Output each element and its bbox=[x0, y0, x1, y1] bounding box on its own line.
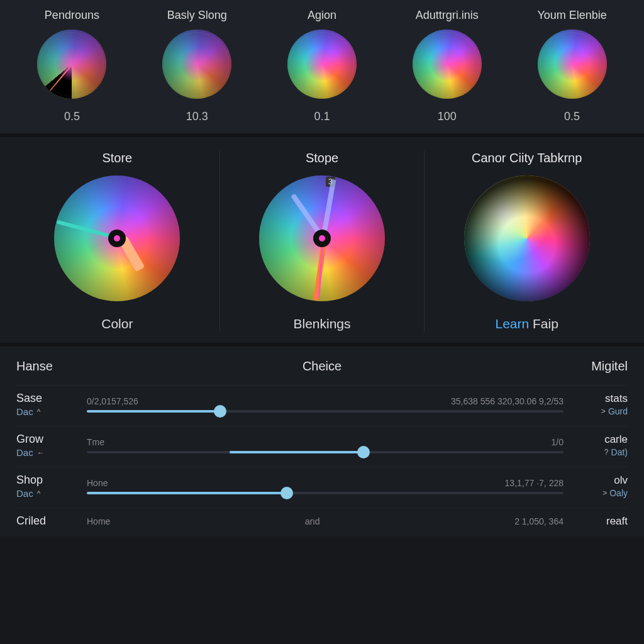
row-sub[interactable]: Dac ^ bbox=[16, 406, 79, 417]
mid-title: Store bbox=[102, 151, 132, 165]
row-name-r: reaft bbox=[571, 515, 628, 528]
slider-right-label: 1/0 bbox=[552, 437, 564, 447]
slider-thumb[interactable] bbox=[214, 405, 226, 418]
learn-link[interactable]: Learn bbox=[495, 316, 529, 331]
color-wheel-icon[interactable] bbox=[287, 30, 357, 99]
store-wheel[interactable] bbox=[54, 175, 180, 301]
color-picker-wheel[interactable] bbox=[464, 175, 590, 301]
dial-youm-elenbie[interactable]: Youm Elenbie 0.5 bbox=[516, 9, 628, 123]
row-name: Grow bbox=[16, 433, 79, 446]
slider-row: Grow Dac ← Tme 1/0 carle ? Dat) bbox=[16, 426, 628, 467]
dial-aduttrgri[interactable]: Aduttrgri.inis 100 bbox=[391, 9, 502, 123]
row-sub[interactable]: Dac ^ bbox=[16, 488, 79, 499]
row-center: Home and 2 1,050, 364 bbox=[87, 516, 564, 526]
dial-value: 0.5 bbox=[564, 110, 580, 123]
dial-agion[interactable]: Agion 0.1 bbox=[266, 9, 377, 123]
dial-label: Pendrouns bbox=[45, 9, 99, 22]
dial-value: 0.1 bbox=[314, 110, 330, 123]
row-center: Hone 13,1,77 ·7, 228 bbox=[87, 478, 564, 494]
row-name-r: olv bbox=[571, 474, 628, 487]
row-right: carle ? Dat) bbox=[571, 433, 628, 457]
slider-track[interactable] bbox=[87, 410, 564, 413]
slider-left-label: Tme bbox=[87, 437, 104, 447]
row-sub[interactable]: Dac ← bbox=[16, 447, 79, 458]
mid-col-canor: Canor Ciity Tabkrnp Learn Faip bbox=[424, 151, 629, 331]
mid-footer: Blenkings bbox=[293, 316, 350, 331]
dial-label: Youm Elenbie bbox=[537, 9, 606, 22]
mid-footer: Color bbox=[101, 316, 133, 331]
mid-panel: Store Color Stope 3 Blenkings Canor Ciit… bbox=[0, 137, 644, 347]
slider-left-label: 0/2,0157,526 bbox=[87, 396, 138, 406]
slider-row: Criled Home and 2 1,050, 364 reaft bbox=[16, 508, 628, 536]
top-dials-panel: Pendrouns 0.5 Basly Slong 10.3 Agion 0.1… bbox=[0, 0, 644, 137]
dial-pendrouns[interactable]: Pendrouns 0.5 bbox=[16, 9, 128, 123]
bottom-headers: Hanse Cheice Migitel bbox=[16, 357, 628, 385]
dial-label: Aduttrgri.inis bbox=[416, 9, 479, 22]
row-sub-r[interactable]: > Oaly bbox=[571, 488, 628, 498]
mid-title: Canor Ciity Tabkrnp bbox=[472, 151, 582, 165]
slider-center-label: and bbox=[305, 516, 319, 526]
bottom-panel: Hanse Cheice Migitel Sase Dac ^ 0/2,0157… bbox=[0, 347, 644, 536]
slider-right-label: 2 1,050, 364 bbox=[514, 516, 564, 526]
color-wheel-icon[interactable] bbox=[37, 30, 106, 99]
row-left: Grow Dac ← bbox=[16, 433, 79, 458]
row-left: Criled bbox=[16, 514, 79, 528]
slider-right-label: 35,638 556 320,30.06 9,2/53 bbox=[451, 396, 564, 406]
row-right: stats > Gurd bbox=[571, 392, 628, 416]
row-name: Sase bbox=[16, 392, 79, 405]
slider-left-label: Home bbox=[87, 516, 110, 526]
dial-label: Agion bbox=[308, 9, 336, 22]
row-center: 0/2,0157,526 35,638 556 320,30.06 9,2/53 bbox=[87, 396, 564, 413]
wheel-center-icon bbox=[313, 230, 331, 247]
slider-track[interactable] bbox=[87, 492, 564, 494]
mid-footer: Learn Faip bbox=[495, 316, 558, 331]
row-center: Tme 1/0 bbox=[87, 437, 564, 453]
chevron-right-icon[interactable]: > bbox=[601, 407, 606, 416]
mid-footer-rest: Faip bbox=[529, 316, 558, 331]
mid-col-store: Store Color bbox=[15, 151, 219, 331]
dial-value: 0.5 bbox=[64, 110, 80, 123]
dial-label: Basly Slong bbox=[167, 9, 227, 22]
slider-track[interactable] bbox=[87, 451, 564, 453]
row-sub-r[interactable]: ? Dat) bbox=[571, 447, 628, 457]
row-name: Criled bbox=[16, 514, 79, 528]
dial-basly-slong[interactable]: Basly Slong 10.3 bbox=[142, 9, 253, 123]
row-right: olv > Oaly bbox=[571, 474, 628, 498]
slider-thumb[interactable] bbox=[280, 487, 293, 499]
mid-title: Stope bbox=[306, 151, 338, 165]
slider-row: Shop Dac ^ Hone 13,1,77 ·7, 228 olv > Oa… bbox=[16, 467, 628, 508]
dial-value: 100 bbox=[438, 110, 457, 123]
slider-right-label: 13,1,77 ·7, 228 bbox=[505, 478, 564, 488]
row-name-r: carle bbox=[571, 433, 628, 446]
head-left: Hanse bbox=[16, 359, 53, 374]
row-right: reaft bbox=[571, 515, 628, 528]
question-icon[interactable]: ? bbox=[604, 448, 609, 457]
row-left: Sase Dac ^ bbox=[16, 392, 79, 417]
row-name-r: stats bbox=[571, 392, 628, 405]
chevron-up-icon[interactable]: ^ bbox=[37, 489, 41, 498]
dial-value: 10.3 bbox=[186, 110, 208, 123]
arrow-left-icon[interactable]: ← bbox=[37, 448, 45, 457]
slider-row: Sase Dac ^ 0/2,0157,526 35,638 556 320,3… bbox=[16, 385, 628, 426]
row-name: Shop bbox=[16, 474, 79, 487]
row-left: Shop Dac ^ bbox=[16, 474, 79, 499]
mid-col-stope: Stope 3 Blenkings bbox=[219, 151, 425, 331]
row-sub-r[interactable]: > Gurd bbox=[571, 406, 628, 416]
head-right: Migitel bbox=[591, 359, 628, 374]
color-wheel-icon[interactable] bbox=[538, 30, 607, 99]
slider-thumb[interactable] bbox=[357, 446, 370, 458]
stope-wheel[interactable]: 3 bbox=[259, 175, 385, 301]
chevron-up-icon[interactable]: ^ bbox=[37, 408, 41, 416]
color-wheel-icon[interactable] bbox=[162, 30, 231, 99]
head-center: Cheice bbox=[303, 359, 341, 374]
color-wheel-icon[interactable] bbox=[413, 30, 482, 99]
chevron-right-icon[interactable]: > bbox=[602, 489, 607, 497]
slider-left-label: Hone bbox=[87, 478, 108, 488]
